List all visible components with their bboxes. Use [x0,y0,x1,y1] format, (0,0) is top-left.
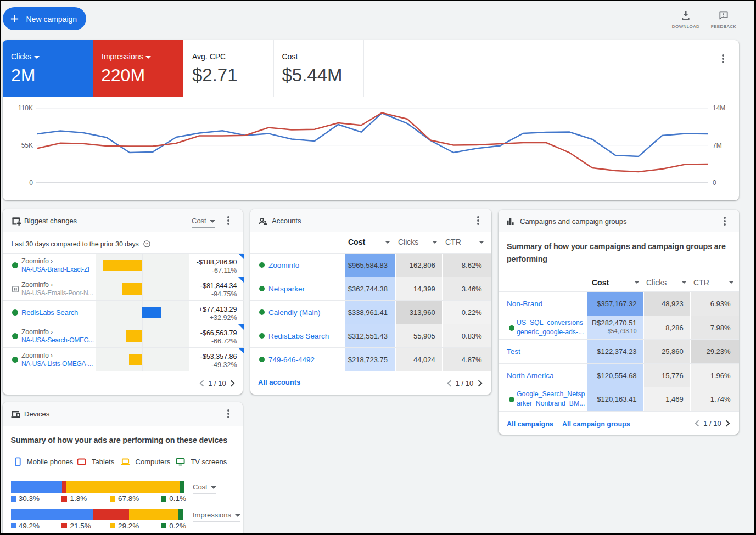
svg-text:14M: 14M [713,104,725,112]
svg-text:?: ? [145,241,148,246]
svg-text:0: 0 [713,179,716,187]
svg-text:0: 0 [29,179,33,187]
svg-text:55K: 55K [21,142,33,149]
svg-text:7M: 7M [713,142,722,149]
svg-text:110K: 110K [18,104,33,112]
